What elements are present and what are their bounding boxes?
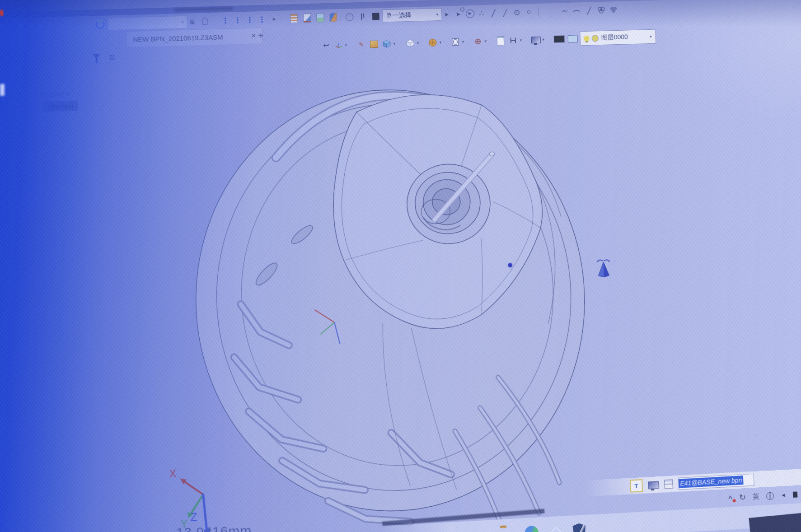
taskbar-browser-icon[interactable] [525,526,539,532]
text-tool-icon[interactable]: T [630,479,643,492]
photo-artifact [0,84,5,96]
coordinate-input[interactable]: E41@BASE_new bpn [678,473,754,490]
coordinate-selected-text: E41@BASE_new bpn [679,476,744,488]
notes-icon[interactable] [664,479,673,489]
network-globe-icon[interactable] [766,492,774,500]
photo-artifact [0,10,3,16]
taskbar-security-shield-icon[interactable] [572,523,586,532]
speaker-icon[interactable]: ◄ [781,492,787,499]
tray-partial-icon[interactable] [793,491,798,498]
tray-chevron-up-icon[interactable]: ^ [728,494,733,502]
display-monitor-icon[interactable] [648,481,659,489]
sync-icon[interactable]: ↻ [739,492,746,503]
photographed-monitor: ▾ ≣ ⋮ ⋮ ⋮ ⋮ ➤ 单一选择 ▾ ➤ ➤ ▶ ∴ ╱ [0,0,801,532]
cad-application-window: ▾ ≣ ⋮ ⋮ ⋮ ⋮ ➤ 单一选择 ▾ ➤ ➤ ▶ ∴ ╱ [0,0,801,532]
sync-alert-dot [732,499,735,502]
ime-language-indicator[interactable]: 英 [753,492,760,501]
